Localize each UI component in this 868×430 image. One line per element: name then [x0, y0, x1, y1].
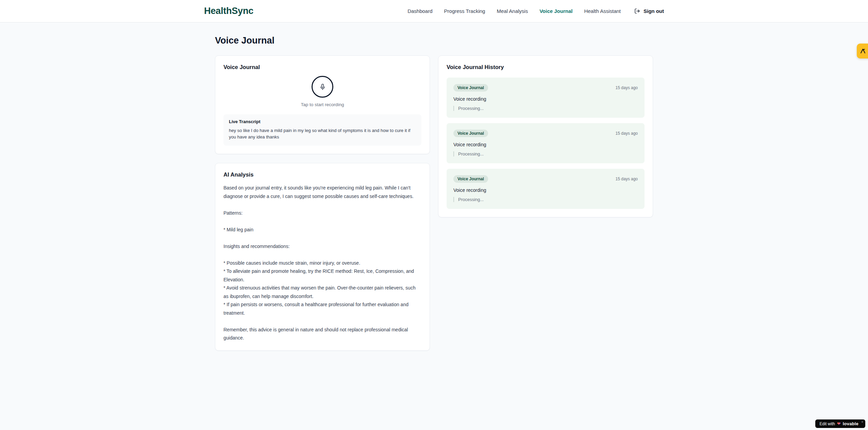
entry-processing-status: Processing...	[453, 151, 638, 156]
nav-item-dashboard[interactable]: Dashboard	[407, 8, 432, 14]
nav-item-meal-analysis[interactable]: Meal Analysis	[497, 8, 528, 14]
nav-links: Dashboard Progress Tracking Meal Analysi…	[407, 8, 664, 14]
nav-container: HealthSync Dashboard Progress Tracking M…	[204, 0, 664, 22]
history-entry-header: Voice Journal 15 days ago	[453, 130, 638, 137]
entry-timestamp: 15 days ago	[616, 131, 638, 136]
nav-item-progress-tracking[interactable]: Progress Tracking	[444, 8, 485, 14]
left-column: Voice Journal Tap to start recording Liv…	[215, 55, 430, 351]
top-nav: HealthSync Dashboard Progress Tracking M…	[0, 0, 868, 22]
entry-type-badge: Voice Journal	[453, 84, 488, 92]
entry-timestamp: 15 days ago	[616, 85, 638, 90]
live-transcript-box: Live Transcript hey so like I do have a …	[223, 114, 421, 146]
brand-logo[interactable]: HealthSync	[204, 6, 253, 16]
history-entry-header: Voice Journal 15 days ago	[453, 84, 638, 92]
sign-out-button[interactable]: Sign out	[634, 8, 664, 14]
entry-type-badge: Voice Journal	[453, 130, 488, 137]
entry-label: Voice recording	[453, 96, 638, 102]
live-transcript-title: Live Transcript	[229, 119, 416, 124]
microphone-icon	[319, 83, 326, 90]
recorder-body: Tap to start recording Live Transcript h…	[223, 76, 421, 146]
entry-type-badge: Voice Journal	[453, 175, 488, 183]
history-card-title: Voice Journal History	[447, 64, 645, 70]
ai-analysis-body: Based on your journal entry, it sounds l…	[223, 184, 421, 342]
tap-to-record-hint: Tap to start recording	[301, 102, 344, 107]
right-column: Voice Journal History Voice Journal 15 d…	[438, 55, 653, 217]
entry-label: Voice recording	[453, 187, 638, 193]
history-entry[interactable]: Voice Journal 15 days ago Voice recordin…	[447, 123, 645, 163]
lovable-edit-badge[interactable]: Edit with ❤ lovable ×	[815, 419, 865, 428]
entry-timestamp: 15 days ago	[616, 177, 638, 181]
entry-processing-status: Processing...	[453, 197, 638, 202]
ai-analysis-card: AI Analysis Based on your journal entry,…	[215, 163, 430, 351]
voice-recorder-card: Voice Journal Tap to start recording Liv…	[215, 55, 430, 154]
recorder-card-title: Voice Journal	[223, 64, 421, 70]
nav-item-voice-journal[interactable]: Voice Journal	[539, 8, 572, 14]
history-list: Voice Journal 15 days ago Voice recordin…	[447, 78, 645, 209]
history-entry[interactable]: Voice Journal 15 days ago Voice recordin…	[447, 78, 645, 118]
sign-out-label: Sign out	[644, 8, 664, 14]
entry-label: Voice recording	[453, 142, 638, 147]
record-button[interactable]	[312, 76, 333, 98]
content-grid: Voice Journal Tap to start recording Liv…	[215, 55, 653, 351]
entry-processing-status: Processing...	[453, 106, 638, 111]
ai-analysis-title: AI Analysis	[223, 171, 421, 178]
history-entry[interactable]: Voice Journal 15 days ago Voice recordin…	[447, 169, 645, 209]
lovable-heart-icon: ❤	[837, 421, 841, 426]
main-content: Voice Journal Voice Journal Tap to start…	[215, 22, 653, 351]
sign-out-icon	[634, 8, 640, 14]
live-transcript-text: hey so like I do have a mild pain in my …	[229, 127, 416, 140]
nav-item-health-assistant[interactable]: Health Assistant	[584, 8, 621, 14]
lovable-close-icon[interactable]: ×	[861, 420, 863, 424]
floating-side-badge[interactable]	[857, 44, 868, 59]
lovable-brand: lovable	[843, 421, 858, 426]
voice-journal-history-card: Voice Journal History Voice Journal 15 d…	[438, 55, 653, 217]
lovable-prefix: Edit with	[820, 421, 835, 426]
page-title: Voice Journal	[215, 35, 653, 46]
lambda-logo-icon	[859, 48, 866, 54]
history-entry-header: Voice Journal 15 days ago	[453, 175, 638, 183]
